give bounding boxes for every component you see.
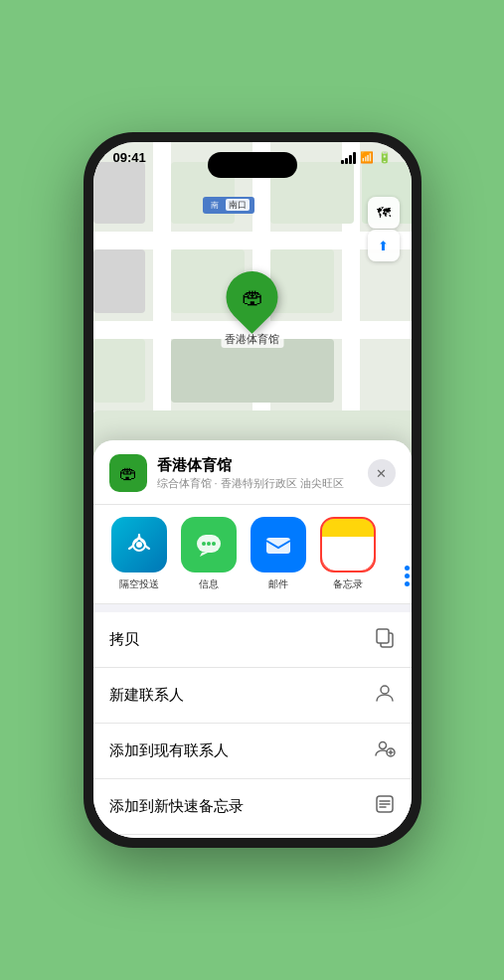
wifi-icon: 📶 [360, 151, 374, 164]
action-quick-note[interactable]: 添加到新快速备忘录 [93, 779, 412, 835]
bottom-sheet: 🏟 香港体育馆 综合体育馆 · 香港特别行政区 油尖旺区 ✕ [93, 440, 412, 838]
svg-point-3 [202, 542, 206, 546]
map-controls: 🗺 ⬆ [368, 197, 400, 261]
status-icons: 📶 🔋 [341, 151, 392, 164]
message-label: 信息 [199, 577, 219, 591]
svg-point-9 [381, 686, 389, 694]
close-icon: ✕ [376, 466, 387, 481]
share-airdrop[interactable]: 隔空投送 [109, 517, 169, 591]
location-info: 香港体育馆 综合体育馆 · 香港特别行政区 油尖旺区 [157, 456, 368, 491]
notes-icon [320, 517, 376, 572]
dynamic-island [208, 152, 297, 178]
action-add-contact[interactable]: 添加到现有联系人 [93, 724, 412, 779]
action-list: 拷贝 新建联系人 [93, 612, 412, 838]
svg-rect-8 [377, 629, 389, 643]
message-icon [181, 517, 237, 572]
location-header-icon: 🏟 [109, 454, 147, 492]
share-notes[interactable]: 备忘录 [318, 517, 378, 591]
action-new-contact-label: 新建联系人 [109, 686, 184, 705]
notes-label: 备忘录 [333, 577, 363, 591]
copy-icon [374, 626, 396, 653]
svg-point-5 [212, 542, 216, 546]
action-new-contact[interactable]: 新建联系人 [93, 668, 412, 724]
phone-frame: 09:41 📶 🔋 [84, 132, 421, 848]
map-label: 南 南口 [203, 197, 255, 214]
mail-icon [251, 517, 306, 572]
location-header: 🏟 香港体育馆 综合体育馆 · 香港特别行政区 油尖旺区 ✕ [93, 440, 412, 505]
airdrop-label: 隔空投送 [119, 577, 159, 591]
action-print[interactable]: 打印 [93, 835, 412, 838]
person-add-icon [374, 737, 396, 764]
memo-icon [374, 793, 396, 820]
stadium-marker[interactable]: 🏟 香港体育馆 [221, 271, 283, 348]
svg-point-1 [136, 542, 142, 548]
share-row: 隔空投送 信息 [93, 505, 412, 604]
action-copy[interactable]: 拷贝 [93, 612, 412, 668]
location-button[interactable]: ⬆ [368, 230, 400, 261]
phone-screen: 09:41 📶 🔋 [93, 142, 412, 838]
action-copy-label: 拷贝 [109, 630, 139, 649]
close-button[interactable]: ✕ [368, 459, 396, 487]
share-message[interactable]: 信息 [179, 517, 239, 591]
stadium-icon: 🏟 [242, 284, 263, 310]
action-quick-note-label: 添加到新快速备忘录 [109, 797, 244, 816]
share-more[interactable] [388, 517, 412, 591]
location-subtitle: 综合体育馆 · 香港特别行政区 油尖旺区 [157, 476, 368, 491]
svg-rect-6 [266, 538, 290, 554]
signal-bars-icon [341, 152, 356, 164]
location-name: 香港体育馆 [157, 456, 368, 475]
mail-label: 邮件 [268, 577, 288, 591]
more-dots-icon [405, 566, 410, 586]
svg-point-4 [207, 542, 211, 546]
person-icon [374, 682, 396, 709]
share-mail[interactable]: 邮件 [249, 517, 308, 591]
action-add-contact-label: 添加到现有联系人 [109, 741, 229, 760]
map-type-icon: 🗺 [377, 205, 391, 221]
svg-point-10 [379, 742, 386, 749]
location-arrow-icon: ⬆ [378, 239, 389, 253]
airdrop-icon [111, 517, 167, 572]
marker-pin: 🏟 [216, 260, 289, 334]
map-type-button[interactable]: 🗺 [368, 197, 400, 229]
battery-icon: 🔋 [378, 151, 392, 164]
status-time: 09:41 [113, 150, 146, 165]
